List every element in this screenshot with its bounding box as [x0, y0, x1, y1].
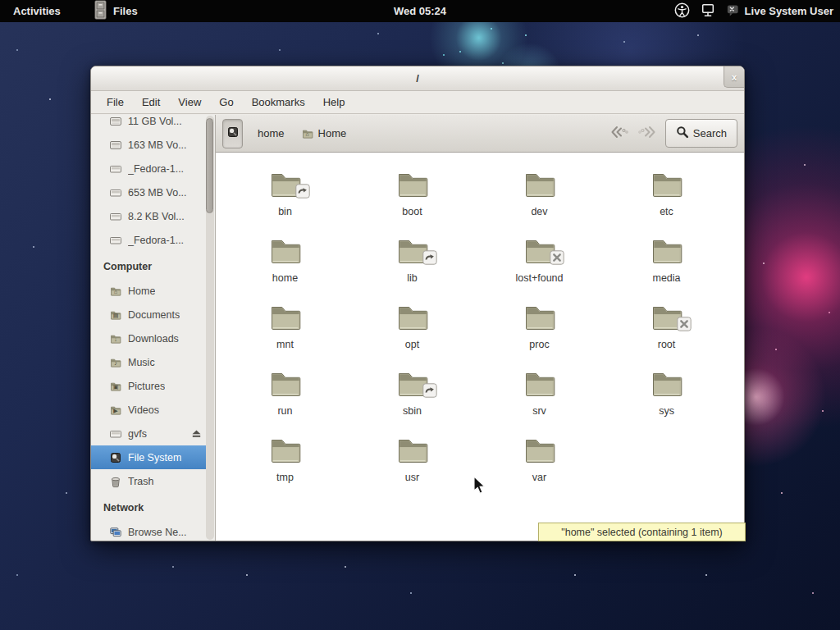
menu-file[interactable]: File — [98, 92, 133, 112]
window-title: / — [416, 72, 419, 84]
sidebar-item-label: File System — [128, 452, 181, 463]
media-icon — [109, 427, 122, 441]
documents-folder-icon: ▤ — [109, 308, 122, 322]
sidebar-item-downloads[interactable]: ↓Downloads — [91, 326, 215, 350]
folder-icon — [266, 164, 305, 203]
folder-icon — [647, 297, 687, 336]
sidebar-item-label: 8.2 KB Vol... — [128, 211, 185, 222]
sidebar-item-163-mb-vo[interactable]: 163 MB Vo... — [91, 133, 215, 157]
sidebar-item-gvfs[interactable]: gvfs — [91, 422, 215, 445]
sidebar-item-8-2-kb-vol[interactable]: 8.2 KB Vol... — [91, 204, 215, 228]
file-item-etc[interactable]: etc — [603, 164, 730, 231]
folder-icon — [393, 164, 432, 203]
search-button-label: Search — [693, 127, 727, 139]
file-item-dev[interactable]: dev — [476, 164, 603, 231]
file-label: boot — [402, 206, 422, 217]
search-button[interactable]: Search — [665, 119, 737, 148]
menu-go[interactable]: Go — [210, 92, 242, 112]
sidebar-item-fedora-1[interactable]: _Fedora-1... — [91, 228, 215, 252]
volume-muted-icon — [726, 3, 740, 20]
menu-view[interactable]: View — [169, 92, 210, 112]
file-item-tmp[interactable]: tmp — [221, 430, 349, 496]
folder-icon — [520, 164, 559, 203]
folder-icon — [647, 363, 687, 403]
breadcrumb-home[interactable]: ⌂Home — [293, 121, 355, 147]
breadcrumb-home[interactable]: home — [249, 121, 293, 146]
home-folder-icon: ⌂ — [109, 285, 122, 298]
sidebar-item-home[interactable]: ⌂Home — [91, 279, 215, 303]
trash-icon — [109, 475, 122, 488]
file-item-run[interactable]: run — [221, 363, 349, 430]
history-forward-icon[interactable] — [637, 125, 657, 143]
file-item-lib[interactable]: lib — [349, 231, 476, 297]
files-app-icon — [92, 0, 108, 22]
history-back-icon[interactable] — [609, 125, 629, 143]
sidebar-scrollbar[interactable] — [206, 116, 214, 540]
home-folder-icon: ⌂ — [301, 127, 314, 140]
focused-app-indicator[interactable]: Files — [92, 0, 138, 22]
user-menu[interactable]: Live System User — [726, 3, 833, 20]
sidebar-item-fedora-1[interactable]: _Fedora-1... — [91, 157, 215, 180]
file-item-mnt[interactable]: mnt — [221, 297, 349, 363]
display-icon[interactable] — [701, 2, 715, 21]
folder-icon — [393, 363, 432, 403]
sidebar-item-label: Pictures — [128, 381, 165, 392]
sidebar-item-documents[interactable]: ▤Documents — [91, 303, 215, 326]
file-view[interactable]: bin boot dev etc home lib — [216, 153, 744, 541]
window-titlebar[interactable]: / x — [91, 66, 744, 91]
file-item-proc[interactable]: proc — [476, 297, 603, 363]
places-sidebar: 11 GB Vol... 163 MB Vo... _Fedora-1... 6… — [91, 115, 216, 541]
sidebar-item-music[interactable]: ♪Music — [91, 350, 215, 374]
menu-bookmarks[interactable]: Bookmarks — [243, 92, 314, 112]
file-item-sbin[interactable]: sbin — [349, 363, 476, 430]
file-item-boot[interactable]: boot — [349, 164, 476, 231]
file-item-lost-found[interactable]: lost+found — [476, 231, 603, 297]
file-label: sys — [659, 405, 674, 417]
sidebar-item-label: Home — [128, 285, 155, 297]
menu-edit[interactable]: Edit — [133, 92, 169, 112]
symlink-emblem-icon — [422, 383, 437, 401]
sidebar-item-trash[interactable]: Trash — [91, 469, 215, 493]
file-item-srv[interactable]: srv — [476, 363, 603, 430]
menu-help[interactable]: Help — [314, 92, 354, 112]
file-label: home — [272, 272, 298, 284]
breadcrumb-label: Home — [318, 127, 347, 139]
file-item-opt[interactable]: opt — [349, 297, 476, 363]
file-item-usr[interactable]: usr — [349, 430, 476, 496]
file-item-bin[interactable]: bin — [221, 164, 349, 231]
network-icon — [109, 526, 122, 539]
sidebar-item-11-gb-vol[interactable]: 11 GB Vol... — [91, 115, 215, 133]
media-icon — [109, 186, 122, 199]
sidebar-item-label: gvfs — [128, 428, 147, 440]
sidebar-item-pictures[interactable]: ▣Pictures — [91, 374, 215, 398]
file-label: etc — [660, 206, 673, 217]
sidebar-item-label: Music — [128, 357, 155, 368]
file-label: mnt — [276, 339, 294, 350]
activities-button[interactable]: Activities — [0, 0, 74, 22]
no-access-emblem-icon — [550, 250, 564, 268]
eject-button[interactable] — [191, 428, 202, 439]
sidebar-item-653-mb-vo[interactable]: 653 MB Vo... — [91, 180, 215, 204]
accessibility-icon[interactable] — [674, 2, 690, 21]
search-icon — [676, 126, 689, 141]
media-icon — [109, 234, 122, 247]
breadcrumb-label: home — [258, 127, 285, 139]
file-item-home[interactable]: home — [221, 231, 349, 297]
sidebar-item-browse-ne[interactable]: Browse Ne... — [91, 520, 215, 541]
sidebar-item-label: 653 MB Vo... — [128, 187, 187, 199]
downloads-folder-icon: ↓ — [109, 332, 122, 345]
clock[interactable]: Wed 05:24 — [394, 0, 446, 22]
file-label: opt — [405, 339, 419, 350]
file-item-root[interactable]: root — [603, 297, 730, 363]
file-item-media[interactable]: media — [603, 231, 730, 297]
focused-app-label: Files — [113, 5, 138, 17]
file-item-var[interactable]: var — [476, 430, 603, 496]
file-item-sys[interactable]: sys — [603, 363, 730, 430]
close-button[interactable]: x — [724, 66, 744, 88]
sidebar-scrollbar-thumb[interactable] — [206, 118, 213, 213]
sidebar-item-videos[interactable]: ▶Videos — [91, 398, 215, 422]
breadcrumb-root-button[interactable] — [222, 119, 243, 148]
file-label: srv — [532, 405, 546, 417]
sidebar-item-file-system[interactable]: File System — [91, 445, 208, 469]
no-access-emblem-icon — [677, 317, 692, 335]
